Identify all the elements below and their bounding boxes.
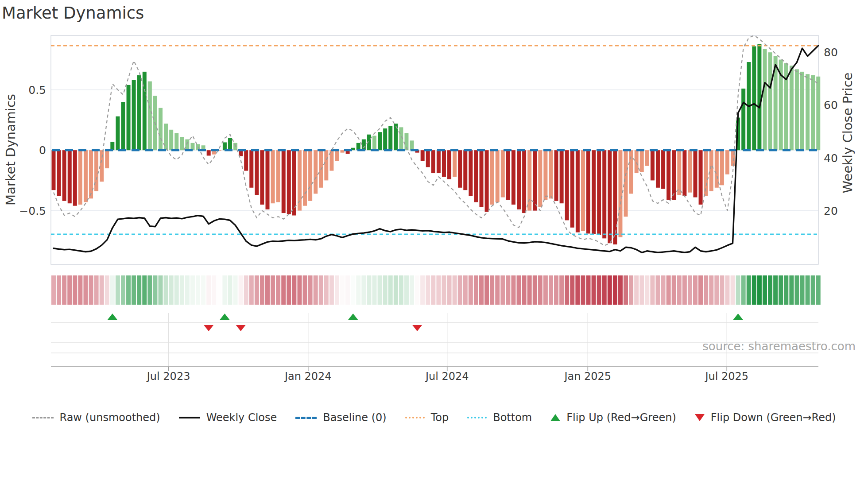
y-tick-left: −0.5 [19,205,46,217]
flip-up-icon [348,314,358,320]
legend-item: Bottom [467,411,532,424]
x-tick-label: Jul 2024 [425,370,469,383]
oscillator-bars [52,44,821,244]
raw-line [54,35,818,246]
chart-graphics: 0.50−0.580604020Jul 2023Jan 2024Jul 2024… [19,35,838,383]
flip-down-icon [236,325,246,331]
x-tick-label: Jul 2023 [146,370,190,383]
tri-up-swatch-icon [550,414,560,421]
legend-label: Baseline (0) [323,411,386,424]
dot-cyan-swatch-icon [467,417,487,418]
legend-label: Flip Down (Green→Red) [711,411,836,424]
legend: Raw (unsmoothed)Weekly CloseBaseline (0)… [0,402,868,433]
legend-label: Top [431,411,449,424]
y-tick-right: 20 [824,205,838,217]
left-tick-labels: 0.50−0.5 [19,84,46,217]
legend-item: Top [405,411,449,424]
y-tick-right: 80 [824,46,838,59]
flip-up-icon [220,314,229,320]
x-tick-label: Jan 2025 [563,370,611,383]
x-tick-labels: Jul 2023Jan 2024Jul 2024Jan 2025Jul 2025 [146,370,748,383]
legend-label: Flip Up (Red→Green) [566,411,676,424]
flip-up-icon [733,314,743,320]
legend-item: Flip Down (Green→Red) [695,411,836,424]
tri-down-swatch-icon [695,414,705,421]
flip-down-icon [204,325,213,331]
page-title: Market Dynamics [2,4,144,23]
flip-up-icon [108,314,117,320]
legend-item: Raw (unsmoothed) [32,411,160,424]
source-credit: source: sharemaestro.com [702,340,856,353]
left-axis-label: Market Dynamics [3,94,18,205]
legend-label: Raw (unsmoothed) [60,411,160,424]
dash-blue-swatch-icon [295,417,317,419]
solid-black-swatch-icon [179,417,200,418]
dot-orange-swatch-icon [405,417,425,418]
legend-item: Flip Up (Red→Green) [550,411,676,424]
flip-down-icon [412,325,422,331]
legend-item: Baseline (0) [295,411,386,424]
y-tick-left: 0.5 [28,84,46,97]
weekly-close-line [54,46,818,252]
y-tick-left: 0 [39,144,46,157]
legend-item: Weekly Close [179,411,277,424]
right-tick-labels: 80604020 [824,46,838,217]
x-tick-label: Jan 2024 [284,370,332,383]
flip-up-markers [108,314,743,320]
y-tick-right: 60 [824,99,838,112]
x-tick-label: Jul 2025 [704,370,748,383]
chart-page: 0.50−0.580604020Jul 2023Jan 2024Jul 2024… [0,0,868,488]
y-tick-right: 40 [824,152,838,165]
right-axis-label: Weekly Close Price [840,73,855,194]
flip-down-markers [204,325,422,331]
dashed-gray-swatch-icon [32,417,54,418]
heatmap-strip [51,275,821,305]
legend-label: Bottom [493,411,532,424]
legend-label: Weekly Close [206,411,277,424]
